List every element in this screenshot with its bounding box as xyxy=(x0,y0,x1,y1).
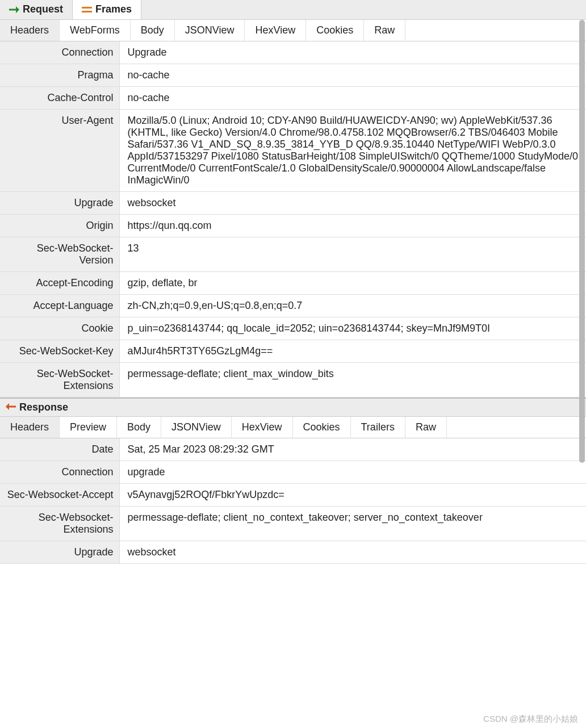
header-key[interactable]: Sec-WebSocket-Version xyxy=(0,237,119,272)
table-row: Connectionupgrade xyxy=(0,461,586,484)
header-key[interactable]: Accept-Language xyxy=(0,295,119,317)
request-sub-tabs: Headers WebForms Body JSONView HexView C… xyxy=(0,20,586,41)
table-row: Cache-Controlno-cache xyxy=(0,87,586,110)
header-value[interactable]: permessage-deflate; client_max_window_bi… xyxy=(119,363,586,398)
table-row: User-AgentMozilla/5.0 (Linux; Android 10… xyxy=(0,110,586,192)
header-value[interactable]: permessage-deflate; client_no_context_ta… xyxy=(119,507,586,541)
header-value[interactable]: p_uin=o2368143744; qq_locale_id=2052; ui… xyxy=(119,317,586,340)
request-headers-table: ConnectionUpgradePragmano-cacheCache-Con… xyxy=(0,41,586,398)
header-value[interactable]: aMJur4h5RT3TY65GzLgM4g== xyxy=(119,340,586,363)
header-key[interactable]: Cache-Control xyxy=(0,87,119,110)
response-subtab-jsonview[interactable]: JSONView xyxy=(161,417,232,438)
table-row: Cookiep_uin=o2368143744; qq_locale_id=20… xyxy=(0,317,586,340)
response-subtab-raw[interactable]: Raw xyxy=(405,417,447,438)
table-row: Accept-Languagezh-CN,zh;q=0.9,en-US;q=0.… xyxy=(0,295,586,317)
header-key[interactable]: Accept-Encoding xyxy=(0,272,119,295)
svg-marker-1 xyxy=(16,6,19,13)
table-row: Sec-Websocket-Acceptv5Aynavgj52ROQf/Fbkr… xyxy=(0,484,586,507)
header-key[interactable]: User-Agent xyxy=(0,110,119,192)
header-key[interactable]: Pragma xyxy=(0,64,119,87)
header-key[interactable]: Origin xyxy=(0,215,119,237)
table-row: Sec-WebSocket-Version13 xyxy=(0,237,586,272)
response-subtab-cookies[interactable]: Cookies xyxy=(293,417,351,438)
table-row: ConnectionUpgrade xyxy=(0,41,586,64)
response-section-header: Response xyxy=(0,398,586,417)
table-row: Upgradewebsocket xyxy=(0,192,586,215)
table-row: Sec-WebSocket-Extensionspermessage-defla… xyxy=(0,363,586,398)
header-value[interactable]: Sat, 25 Mar 2023 08:29:32 GMT xyxy=(119,438,586,461)
table-row: Sec-WebSocket-KeyaMJur4h5RT3TY65GzLgM4g=… xyxy=(0,340,586,363)
header-key[interactable]: Upgrade xyxy=(0,541,119,564)
header-value[interactable]: websocket xyxy=(119,541,586,564)
request-subtab-hexview[interactable]: HexView xyxy=(245,20,306,41)
table-row: Sec-Websocket-Extensionspermessage-defla… xyxy=(0,507,586,541)
header-value[interactable]: v5Aynavgj52ROQf/FbkrYwUpzdc= xyxy=(119,484,586,507)
response-subtab-body[interactable]: Body xyxy=(117,417,161,438)
header-key[interactable]: Upgrade xyxy=(0,192,119,215)
response-subtab-preview[interactable]: Preview xyxy=(60,417,117,438)
header-key[interactable]: Sec-WebSocket-Key xyxy=(0,340,119,363)
header-key[interactable]: Sec-WebSocket-Extensions xyxy=(0,363,119,398)
request-subtab-jsonview[interactable]: JSONView xyxy=(175,20,245,41)
table-row: Originhttps://qun.qq.com xyxy=(0,215,586,237)
header-key[interactable]: Sec-Websocket-Extensions xyxy=(0,507,119,541)
svg-marker-5 xyxy=(6,403,9,410)
request-subtab-body[interactable]: Body xyxy=(131,20,175,41)
arrow-right-icon xyxy=(9,6,19,14)
scrollbar[interactable] xyxy=(578,20,586,463)
table-row: Pragmano-cache xyxy=(0,64,586,87)
table-row: DateSat, 25 Mar 2023 08:29:32 GMT xyxy=(0,438,586,461)
request-subtab-raw[interactable]: Raw xyxy=(364,20,405,41)
header-key[interactable]: Sec-Websocket-Accept xyxy=(0,484,119,507)
request-subtab-cookies[interactable]: Cookies xyxy=(306,20,364,41)
header-value[interactable]: gzip, deflate, br xyxy=(119,272,586,295)
svg-rect-2 xyxy=(82,7,92,9)
request-subtab-webforms[interactable]: WebForms xyxy=(60,20,131,41)
header-value[interactable]: websocket xyxy=(119,192,586,215)
header-value[interactable]: upgrade xyxy=(119,461,586,484)
arrow-left-icon xyxy=(6,401,16,413)
header-value[interactable]: 13 xyxy=(119,237,586,272)
header-value[interactable]: Mozilla/5.0 (Linux; Android 10; CDY-AN90… xyxy=(119,110,586,192)
table-row: Upgradewebsocket xyxy=(0,541,586,564)
header-value[interactable]: Upgrade xyxy=(119,41,586,64)
response-subtab-hexview[interactable]: HexView xyxy=(232,417,293,438)
top-tabs-bar: Request Frames xyxy=(0,0,586,20)
table-row: Accept-Encodinggzip, deflate, br xyxy=(0,272,586,295)
header-key[interactable]: Connection xyxy=(0,41,119,64)
header-key[interactable]: Date xyxy=(0,438,119,461)
tab-frames[interactable]: Frames xyxy=(72,0,141,19)
frames-icon xyxy=(82,6,92,14)
tab-request[interactable]: Request xyxy=(0,0,72,19)
scrollbar-thumb[interactable] xyxy=(579,20,585,463)
response-headers-table: DateSat, 25 Mar 2023 08:29:32 GMTConnect… xyxy=(0,438,586,564)
tab-request-label: Request xyxy=(23,3,63,15)
response-sub-tabs: Headers Preview Body JSONView HexView Co… xyxy=(0,417,586,438)
tab-frames-label: Frames xyxy=(95,3,132,15)
response-title: Response xyxy=(19,401,68,413)
svg-rect-3 xyxy=(82,11,92,12)
header-key[interactable]: Connection xyxy=(0,461,119,484)
response-subtab-headers[interactable]: Headers xyxy=(0,417,60,438)
header-value[interactable]: no-cache xyxy=(119,64,586,87)
request-subtab-headers[interactable]: Headers xyxy=(0,20,60,41)
response-subtab-trailers[interactable]: Trailers xyxy=(351,417,405,438)
header-key[interactable]: Cookie xyxy=(0,317,119,340)
header-value[interactable]: https://qun.qq.com xyxy=(119,215,586,237)
header-value[interactable]: no-cache xyxy=(119,87,586,110)
header-value[interactable]: zh-CN,zh;q=0.9,en-US;q=0.8,en;q=0.7 xyxy=(119,295,586,317)
